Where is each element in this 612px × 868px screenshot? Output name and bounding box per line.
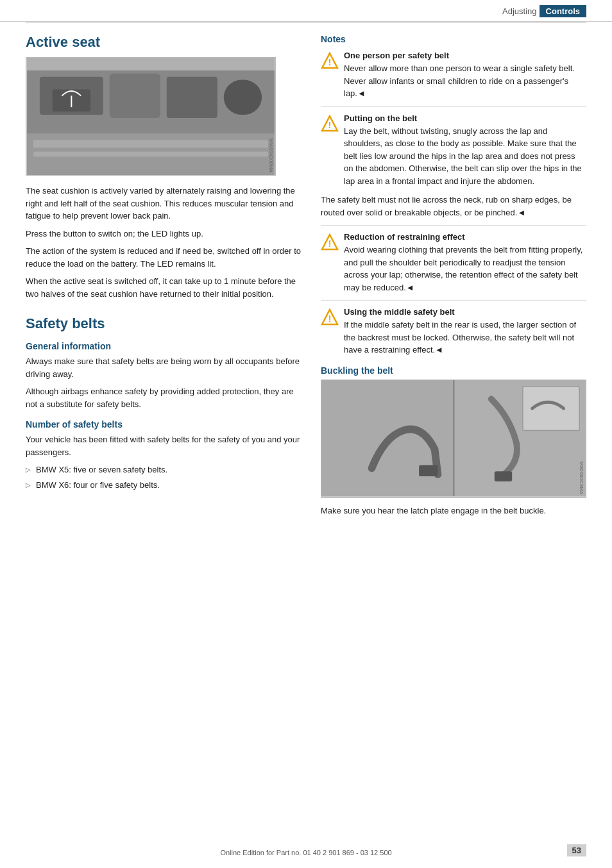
notes-title: Notes — [321, 34, 586, 44]
warning-icon-3: ! — [321, 233, 339, 251]
general-info-title: General information — [26, 341, 302, 351]
buckling-body: Make sure you hear the latch plate engag… — [321, 505, 586, 517]
svg-text:!: ! — [328, 57, 332, 67]
image-watermark-2: M30060C3MA — [579, 462, 584, 494]
warning-title-3: Reduction of restraining effect — [344, 232, 586, 242]
warning-text-4: If the middle safety belt in the rear is… — [344, 319, 586, 356]
safety-belts-title: Safety belts — [26, 315, 302, 332]
active-seat-body4: When the active seat is switched off, it… — [26, 275, 302, 300]
general-info-body1: Always make sure that safety belts are b… — [26, 355, 302, 380]
page-number: 53 — [567, 844, 586, 856]
warning-text-1: Never allow more than one person to wear… — [344, 62, 586, 100]
active-seat-body2: Press the button to switch on; the LED l… — [26, 228, 302, 240]
svg-rect-5 — [224, 80, 262, 115]
warning-icon-4: ! — [321, 308, 339, 326]
general-info-body2: Although airbags enhance safety by provi… — [26, 385, 302, 410]
middle-text: The safety belt must not lie across the … — [321, 194, 586, 219]
svg-text:!: ! — [328, 238, 332, 249]
num-belts-body: Your vehicle has been fitted with safety… — [26, 433, 302, 458]
svg-rect-7 — [33, 140, 268, 148]
right-column: Notes ! One person per safety belt Never… — [321, 34, 586, 522]
list-item: ▷ BMW X6: four or five safety belts. — [26, 479, 302, 492]
belt-list-item-1: BMW X5: five or seven safety belts. — [36, 463, 167, 476]
belt-list: ▷ BMW X5: five or seven safety belts. ▷ … — [26, 463, 302, 491]
bullet-icon-2: ▷ — [26, 480, 31, 490]
warning-text-2: Lay the belt, without twisting, snugly a… — [344, 125, 586, 188]
svg-text:!: ! — [328, 120, 332, 130]
svg-rect-3 — [110, 74, 160, 118]
warning-content-4: Using the middle safety belt If the midd… — [344, 307, 586, 356]
left-column: Active seat MW094200MA The seat c — [26, 34, 302, 522]
footer-text: Online Edition for Part no. 01 40 2 901 … — [220, 849, 391, 856]
page-header: Adjusting Controls — [0, 0, 612, 22]
warning-icon-2: ! — [321, 115, 339, 133]
active-seat-title: Active seat — [26, 34, 302, 51]
belt-list-item-2: BMW X6: four or five safety belts. — [36, 479, 160, 492]
svg-rect-8 — [33, 151, 268, 156]
warning-block-2: ! Putting on the belt Lay the belt, with… — [321, 113, 586, 188]
warning-content-2: Putting on the belt Lay the belt, withou… — [344, 113, 586, 188]
safety-belts-section: Safety belts General information Always … — [26, 315, 302, 491]
warning-title-4: Using the middle safety belt — [344, 307, 586, 317]
list-item: ▷ BMW X5: five or seven safety belts. — [26, 463, 302, 476]
note-divider-2 — [321, 225, 586, 226]
header-adjusting: Adjusting — [502, 6, 536, 16]
active-seat-body1: The seat cushion is actively varied by a… — [26, 185, 302, 222]
svg-text:!: ! — [328, 313, 332, 324]
warning-title-2: Putting on the belt — [344, 113, 586, 123]
svg-rect-22 — [419, 465, 438, 476]
image-watermark-1: MW094200MA — [268, 138, 274, 172]
footer: Online Edition for Part no. 01 40 2 901 … — [0, 849, 612, 856]
note-divider-3 — [321, 300, 586, 301]
note-divider-1 — [321, 106, 586, 107]
active-seat-body3: The action of the system is reduced and … — [26, 245, 302, 270]
svg-rect-23 — [495, 471, 512, 481]
svg-rect-4 — [167, 77, 217, 118]
buckling-title: Buckling the belt — [321, 365, 586, 376]
num-belts-title: Number of safety belts — [26, 419, 302, 430]
warning-text-3: Avoid wearing clothing that prevents the… — [344, 244, 586, 294]
buckling-image: M30060C3MA — [321, 380, 586, 498]
warning-content-3: Reduction of restraining effect Avoid we… — [344, 232, 586, 294]
header-controls: Controls — [540, 5, 586, 17]
warning-block-3: ! Reduction of restraining effect Avoid … — [321, 232, 586, 294]
warning-block-1: ! One person per safety belt Never allow… — [321, 51, 586, 100]
bullet-icon-1: ▷ — [26, 465, 31, 474]
warning-icon-1: ! — [321, 52, 339, 70]
active-seat-image: MW094200MA — [26, 57, 276, 176]
warning-content-1: One person per safety belt Never allow m… — [344, 51, 586, 100]
warning-title-1: One person per safety belt — [344, 51, 586, 60]
warning-block-4: ! Using the middle safety belt If the mi… — [321, 307, 586, 356]
page-content: Active seat MW094200MA The seat c — [0, 22, 612, 547]
